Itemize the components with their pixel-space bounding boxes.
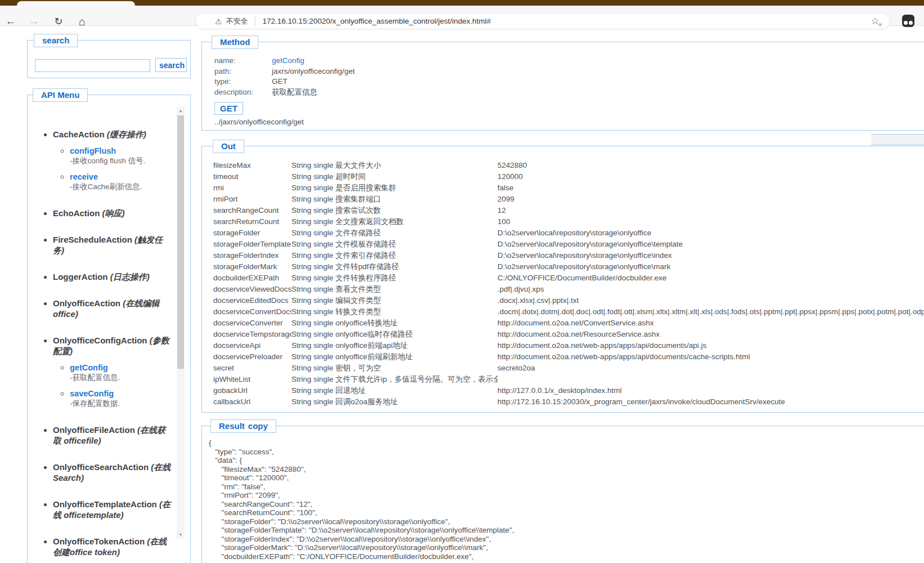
out-param-name: searchRangeCount xyxy=(213,205,291,216)
out-param-type: String single 文件转pdf存储路径 xyxy=(291,261,497,272)
search-panel-legend: search xyxy=(34,34,78,47)
result-json-text: { "type": "success", "data": { "filesize… xyxy=(209,439,924,561)
method-panel-legend: Method xyxy=(212,35,258,49)
api-menu-group: OnlyofficeTemplateAction (在线 officetempl… xyxy=(53,499,173,520)
api-group-note: (在线 officetemplate) xyxy=(53,499,171,520)
security-warning-icon[interactable]: ⚠ xyxy=(215,17,222,25)
api-menu-scroll-area[interactable]: CacheAction (缓存操作)configFlush-接收config f… xyxy=(28,96,173,561)
out-param-value: .docm|.dotx|.dotm|.dot|.doc|.odt|.fodt|.… xyxy=(497,306,924,318)
out-param-type: String single 最大文件大小 xyxy=(291,160,497,171)
out-param-name: docserviceApi xyxy=(213,340,291,351)
scroll-up-icon[interactable]: ▲ xyxy=(177,106,185,115)
browser-active-tab[interactable] xyxy=(17,1,135,6)
api-method-link[interactable]: configFlush xyxy=(70,146,116,155)
out-param-value: 5242880 xyxy=(497,160,924,171)
out-row: docservicePreloaderString single onlyoff… xyxy=(213,351,924,363)
api-menu-group: OnlyofficeAction (在线编辑 office) xyxy=(53,298,173,319)
out-param-type: String single 密钥，可为空 xyxy=(291,363,497,374)
api-menu-panel: API Menu CacheAction (缓存操作)configFlush-接… xyxy=(27,95,191,563)
api-group-note: (在线 创建office token) xyxy=(53,537,167,557)
method-field-label: path: xyxy=(214,66,272,77)
api-group-note: (在线编辑 office) xyxy=(53,298,159,319)
api-group-note: (响应) xyxy=(102,208,125,218)
menu-scrollbar-thumb[interactable] xyxy=(177,115,184,369)
forward-icon: → xyxy=(25,13,42,30)
address-divider xyxy=(255,17,255,26)
browser-toolbar: ← → ↻ ⌂ ⚠ 不安全 172.16.10.15:20020/x_onlyo… xyxy=(0,6,924,26)
api-group-note: (参数配置) xyxy=(53,336,169,356)
bookmark-star-icon[interactable]: ☆ + xyxy=(869,16,881,26)
security-label[interactable]: 不安全 xyxy=(226,16,248,26)
search-input[interactable] xyxy=(35,59,150,72)
out-param-type: String single 搜索集群端口 xyxy=(291,194,497,205)
api-method-item: configFlush-接收config flush 信号. xyxy=(70,145,173,166)
out-param-name: ipWhiteList xyxy=(213,374,291,385)
out-param-type: String single 回调o2oa服务地址 xyxy=(291,396,497,408)
out-param-value: D:\o2server\local\repository\storage\onl… xyxy=(497,250,924,261)
copy-result-button[interactable]: copy xyxy=(248,421,268,431)
out-param-value: 120000 xyxy=(497,171,924,182)
browser-profile-icon[interactable] xyxy=(902,15,914,27)
out-param-value: http://127.0.0.1/x_desktop/index.html xyxy=(497,385,924,396)
api-method-desc: -接收config flush 信号. xyxy=(70,156,173,166)
api-method-link[interactable]: saveConfig xyxy=(70,389,114,398)
out-row: docserviceConvertDocsString single 转换文件类… xyxy=(213,306,924,318)
refresh-icon[interactable]: ↻ xyxy=(50,13,67,30)
out-param-value: .pdf|.djvu|.xps xyxy=(497,284,924,295)
api-method-item: saveConfig-保存配置数据. xyxy=(70,388,173,409)
method-name-link[interactable]: getConfig xyxy=(272,56,304,65)
out-param-name: docserviceConvertDocs xyxy=(213,306,291,318)
api-group-name: OnlyofficeTemplateAction (在线 officetempl… xyxy=(53,499,171,520)
out-param-type: String single 全文搜索返回文档数 xyxy=(291,216,497,227)
back-icon[interactable]: ← xyxy=(2,13,19,30)
method-field-row: name:getConfig xyxy=(214,56,924,66)
scroll-down-icon[interactable]: ▼ xyxy=(177,530,185,539)
search-button[interactable]: search xyxy=(155,58,187,72)
out-row: docserviceEditedDocsString single 编辑文件类型… xyxy=(213,295,924,306)
api-group-note: (日志操作) xyxy=(110,272,150,282)
api-menu-group: OnlyofficeSearchAction (在线 Search) xyxy=(53,462,173,483)
out-panel: Out filesizeMaxString single 最大文件大小52428… xyxy=(201,146,924,413)
out-row: docserviceConverterString single onlyoff… xyxy=(213,318,924,329)
out-row: rmiPortString single 搜索集群端口2099 xyxy=(213,194,924,205)
out-param-type: String single 文件索引存储路径 xyxy=(291,250,497,261)
api-group-name: CacheAction (缓存操作) xyxy=(53,129,146,139)
get-invoke-button[interactable]: GET xyxy=(214,102,243,115)
api-method-link[interactable]: receive xyxy=(70,172,98,181)
out-param-value: .docx|.xlsx|.csv|.pptx|.txt xyxy=(497,295,924,306)
out-param-name: docservicePreloader xyxy=(213,351,291,363)
api-method-link[interactable]: getConfig xyxy=(70,363,108,372)
out-param-type: String single 超时时间 xyxy=(291,171,497,182)
out-param-value: C:/ONLYOFFICE/DocumentBuilder/docbuilder… xyxy=(497,272,924,284)
out-param-type: String single 是否启用搜索集群 xyxy=(291,182,497,194)
api-group-name: OnlyofficeConfigAction (参数配置) xyxy=(53,336,169,356)
address-bar[interactable]: ⚠ 不安全 172.16.10.15:20020/x_onlyoffice_as… xyxy=(195,13,890,29)
api-method-item: getConfig-获取配置信息. xyxy=(70,362,173,383)
url-text[interactable]: 172.16.10.15:20020/x_onlyoffice_assemble… xyxy=(263,17,869,25)
out-row: docserviceViewedDocsString single 查看文件类型… xyxy=(213,284,924,295)
api-menu-list: CacheAction (缓存操作)configFlush-接收config f… xyxy=(28,96,173,557)
out-param-name: docserviceEditedDocs xyxy=(213,295,291,306)
out-param-name: filesizeMax xyxy=(213,160,291,171)
out-row: storageFolderTemplateString single 文件模板存… xyxy=(213,239,924,250)
out-row: docserviceTempstorageString single onlyo… xyxy=(213,329,924,340)
out-param-type: String single onlyoffice前端刷新地址 xyxy=(291,351,497,363)
api-group-note: (在线获取 officefile) xyxy=(53,425,165,445)
home-icon[interactable]: ⌂ xyxy=(74,13,91,30)
out-param-value: http://172.16.10.15:20030/x_program_cent… xyxy=(497,396,924,408)
out-param-value xyxy=(497,374,924,385)
out-param-name: docserviceConverter xyxy=(213,318,291,329)
out-row: docserviceApiString single onlyoffice前端a… xyxy=(213,340,924,351)
out-row: searchReturnCountString single 全文搜索返回文档数… xyxy=(213,216,924,227)
out-param-type: String single onlyoffice临时存储路径 xyxy=(291,329,497,340)
out-row: storageFolderString single 文件存储路径D:\o2se… xyxy=(213,227,924,239)
api-method-sublist: getConfig-获取配置信息.saveConfig-保存配置数据. xyxy=(53,362,173,409)
api-method-desc: -获取配置信息. xyxy=(70,373,173,383)
result-panel: Resultcopy { "type": "success", "data": … xyxy=(201,426,924,563)
api-menu-group: LoggerAction (日志操作) xyxy=(53,271,173,282)
out-param-value: D:\o2server\local\repository\storage\onl… xyxy=(497,239,924,250)
out-param-type: String single onlyoffice前端api地址 xyxy=(291,340,497,351)
menu-scrollbar[interactable]: ▲ ▼ xyxy=(177,106,185,539)
out-param-value: secreto2oa xyxy=(497,363,924,374)
out-param-value: D:\o2server\local\repository\storage\onl… xyxy=(497,261,924,272)
